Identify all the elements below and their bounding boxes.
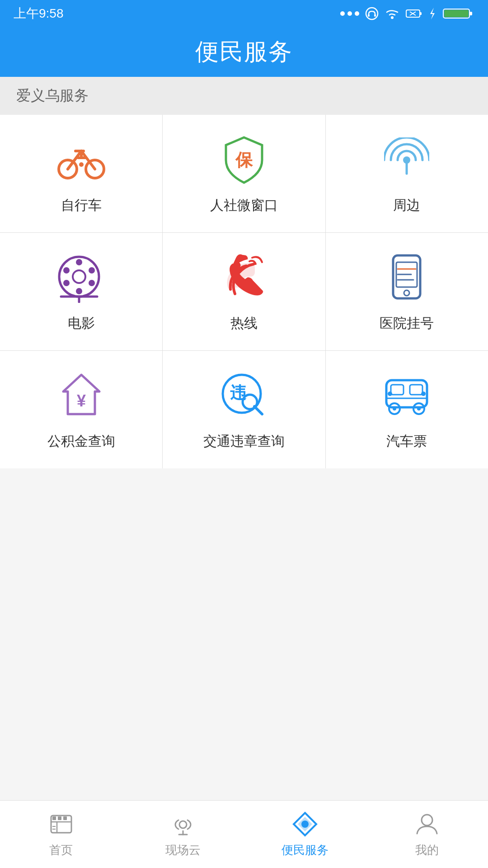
nav-item-mine[interactable]: 我的 <box>366 801 488 868</box>
bus-label: 汽车票 <box>386 432 427 451</box>
nearby-label: 周边 <box>393 196 420 215</box>
svg-point-1 <box>347 11 352 16</box>
svg-marker-11 <box>430 8 435 19</box>
page-title: 便民服务 <box>195 36 293 68</box>
grid-row-2: 电影 <box>0 233 488 351</box>
status-icons <box>340 7 474 20</box>
svg-point-55 <box>417 407 421 410</box>
service-nav-label: 便民服务 <box>282 842 328 858</box>
svg-point-33 <box>63 280 70 286</box>
movie-label: 电影 <box>68 314 95 333</box>
home-nav-label: 首页 <box>49 842 73 858</box>
svg-rect-13 <box>469 12 472 15</box>
status-time: 上午9:58 <box>14 5 64 22</box>
home-nav-icon <box>47 811 75 838</box>
svg-point-57 <box>421 392 426 396</box>
svg-rect-14 <box>444 10 469 17</box>
live-nav-icon <box>169 811 197 838</box>
svg-point-42 <box>404 290 409 296</box>
svg-point-31 <box>89 280 95 286</box>
grid-item-fund[interactable]: ¥ 公积金查询 <box>0 351 163 468</box>
battery-full-icon <box>443 7 474 20</box>
nav-item-service[interactable]: 便民服务 <box>244 801 366 868</box>
svg-point-6 <box>391 16 394 19</box>
svg-point-47 <box>243 395 257 409</box>
grid-row-3: ¥ 公积金查询 违 <box>0 351 488 468</box>
svg-point-70 <box>422 815 432 826</box>
svg-point-69 <box>301 821 309 828</box>
grid-item-movie[interactable]: 电影 <box>0 233 163 350</box>
grid-item-bike[interactable]: 自行车 <box>0 115 163 232</box>
section-header: 爱义乌服务 <box>0 77 488 115</box>
svg-point-23 <box>79 162 84 167</box>
service-grid: 自行车 保 人社微窗口 <box>0 115 488 468</box>
nearby-icon <box>380 133 434 187</box>
svg-point-29 <box>76 259 82 265</box>
svg-point-30 <box>89 267 95 274</box>
svg-point-54 <box>393 407 396 410</box>
main-content: 爱义乌服务 <box>0 77 488 800</box>
grid-item-bus[interactable]: 汽车票 <box>326 351 488 468</box>
nav-item-live[interactable]: 现场云 <box>122 801 244 868</box>
service-nav-icon <box>291 811 319 838</box>
grid-item-hospital[interactable]: 医院挂号 <box>326 233 488 350</box>
mine-nav-label: 我的 <box>415 842 439 858</box>
grid-item-hrwindow[interactable]: 保 人社微窗口 <box>163 115 325 232</box>
svg-point-56 <box>388 392 392 396</box>
hospital-icon <box>380 251 434 305</box>
mine-nav-icon <box>413 811 441 838</box>
fund-icon: ¥ <box>54 369 108 423</box>
battery-x-icon <box>406 9 422 19</box>
bus-icon <box>380 369 434 423</box>
svg-point-3 <box>366 8 378 19</box>
signal-icon <box>340 9 360 18</box>
svg-rect-5 <box>374 14 376 17</box>
svg-rect-8 <box>420 12 422 15</box>
svg-text:¥: ¥ <box>77 392 86 410</box>
svg-point-32 <box>76 288 82 294</box>
bike-icon <box>54 133 108 187</box>
grid-row-1: 自行车 保 人社微窗口 <box>0 115 488 233</box>
svg-point-2 <box>355 11 359 16</box>
hotline-label: 热线 <box>230 314 258 333</box>
hrwindow-label: 人社微窗口 <box>210 196 278 215</box>
nav-item-home[interactable]: 首页 <box>0 801 122 868</box>
svg-point-0 <box>340 11 345 16</box>
bike-label: 自行车 <box>61 196 102 215</box>
grid-item-violation[interactable]: 违 交通违章查询 <box>163 351 325 468</box>
svg-text:保: 保 <box>235 151 253 170</box>
movie-icon <box>54 251 108 305</box>
grid-item-nearby[interactable]: 周边 <box>326 115 488 232</box>
fund-label: 公积金查询 <box>47 432 115 451</box>
svg-rect-61 <box>52 816 56 820</box>
svg-point-28 <box>73 270 85 283</box>
svg-rect-4 <box>368 14 370 17</box>
headset-icon <box>365 7 379 20</box>
grid-item-hotline[interactable]: 热线 <box>163 233 325 350</box>
svg-point-34 <box>63 267 70 274</box>
charging-icon <box>427 7 437 20</box>
status-bar: 上午9:58 <box>0 0 488 27</box>
hrwindow-icon: 保 <box>217 133 271 187</box>
svg-rect-49 <box>391 385 404 395</box>
wifi-icon <box>384 7 400 20</box>
hospital-label: 医院挂号 <box>380 314 434 333</box>
violation-label: 交通违章查询 <box>203 432 285 451</box>
app-header: 便民服务 <box>0 27 488 77</box>
svg-rect-63 <box>63 816 67 820</box>
bottom-nav: 首页 现场云 便民服务 <box>0 800 488 868</box>
hotline-icon <box>217 251 271 305</box>
live-nav-label: 现场云 <box>165 842 201 858</box>
svg-rect-50 <box>410 385 422 395</box>
violation-icon: 违 <box>217 369 271 423</box>
svg-point-66 <box>179 821 187 828</box>
svg-rect-62 <box>58 816 61 820</box>
